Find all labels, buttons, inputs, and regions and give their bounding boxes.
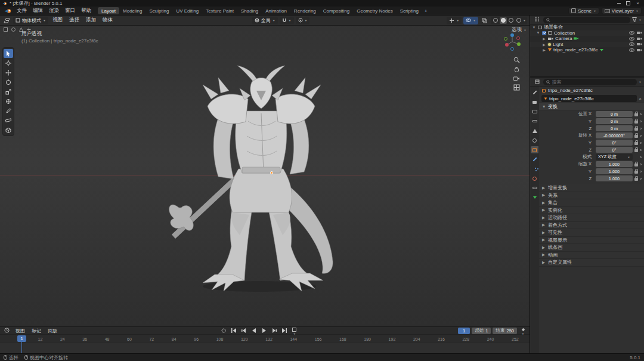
collapsed-panel-collections[interactable]: ▶集合 <box>539 199 644 207</box>
timeline-track[interactable] <box>0 343 530 353</box>
hide-eye-icon[interactable] <box>629 37 634 41</box>
viewport-toggle-icon[interactable] <box>10 26 17 33</box>
lock-icon[interactable] <box>634 149 638 152</box>
perspective-toggle-icon[interactable] <box>513 84 520 91</box>
minimize-button[interactable] <box>617 1 621 5</box>
tool-measure[interactable] <box>4 116 13 125</box>
viewlayer-selector[interactable]: ViewLayer ▼ <box>602 7 642 14</box>
scale-y-field[interactable]: 1.000 <box>596 168 633 174</box>
outliner-row-light[interactable]: ▶ Light <box>530 42 644 48</box>
animate-dot-icon[interactable] <box>640 135 642 137</box>
collapsed-panel-line-art[interactable]: ▶线条画 <box>539 244 644 252</box>
collapsed-panel-instancing[interactable]: ▶实例化 <box>539 207 644 215</box>
tab-world[interactable] <box>531 137 538 144</box>
proportional-editing-dropdown[interactable]: ▼ <box>296 17 310 24</box>
location-y-field[interactable]: 0 m <box>596 118 633 124</box>
hide-eye-icon[interactable] <box>629 31 634 35</box>
animate-dot-icon[interactable] <box>640 121 642 122</box>
hide-eye-icon[interactable] <box>629 48 634 52</box>
render-visibility-icon[interactable] <box>637 37 642 41</box>
lock-icon[interactable] <box>634 142 638 145</box>
tab-tool[interactable] <box>531 89 538 96</box>
properties-search[interactable] <box>543 79 637 85</box>
timeline-ruler[interactable]: 1 12 24 36 48 60 72 84 96 108 120 132 14… <box>0 335 530 343</box>
tab-layout[interactable]: Layout <box>98 7 119 14</box>
shading-wireframe-button[interactable] <box>492 17 499 24</box>
tab-modifiers[interactable] <box>531 156 538 163</box>
collapsed-panel-shading[interactable]: ▶着色方式 <box>539 222 644 230</box>
outliner-search[interactable] <box>543 17 630 23</box>
menu-view[interactable]: 视图 <box>50 17 65 24</box>
lock-icon[interactable] <box>634 113 638 116</box>
menu-file[interactable]: 文件 <box>14 7 30 15</box>
collapsed-panel-delta-transform[interactable]: ▶增量变换 <box>539 184 644 192</box>
timeline-editor-dropdown[interactable] <box>2 327 11 335</box>
collapsed-panel-visibility[interactable]: ▶可见性 <box>539 229 644 237</box>
viewport-3d[interactable]: 选项 ▼ 用户透视 (1) Collection | tripo_node_e2… <box>0 26 530 326</box>
axis-x-icon[interactable] <box>505 43 509 47</box>
rotation-x-field[interactable]: -0.000003° <box>596 132 633 138</box>
tab-view-layer[interactable] <box>531 118 538 125</box>
collapsed-panel-motion-paths[interactable]: ▶运动路径 <box>539 214 644 222</box>
render-visibility-icon[interactable] <box>637 42 642 46</box>
animate-dot-icon[interactable] <box>640 156 642 158</box>
animate-dot-icon[interactable] <box>640 178 642 180</box>
shading-material-button[interactable] <box>507 17 515 24</box>
properties-search-input[interactable] <box>552 79 634 85</box>
menu-edit[interactable]: 编辑 <box>30 7 46 15</box>
tab-geometry-nodes[interactable]: Geometry Nodes <box>353 7 396 14</box>
tab-compositing[interactable]: Compositing <box>320 7 353 14</box>
lock-icon[interactable] <box>634 135 638 138</box>
tab-sculpting[interactable]: Sculpting <box>146 7 173 14</box>
menu-add[interactable]: 添加 <box>83 17 98 24</box>
shading-rendered-button[interactable] <box>515 17 522 24</box>
snap-dropdown[interactable]: ▼ <box>280 17 294 24</box>
play-button[interactable] <box>260 328 268 334</box>
lock-icon[interactable] <box>634 128 638 131</box>
object-name-field[interactable]: tripo_node_e27c3f8c <box>541 95 637 102</box>
tab-shading[interactable]: Shading <box>237 7 262 14</box>
frame-end-field[interactable]: 结束 250 <box>493 328 517 334</box>
axis-z-icon[interactable] <box>510 33 514 37</box>
expand-icon[interactable]: ▼ <box>532 26 536 29</box>
render-visibility-icon[interactable] <box>637 48 642 52</box>
tab-rendering[interactable]: Rendering <box>290 7 320 14</box>
jump-to-end-button[interactable] <box>280 328 289 334</box>
prev-keyframe-button[interactable] <box>240 328 248 334</box>
playhead-marker[interactable]: 1 <box>17 335 26 342</box>
viewport-toggle-icon[interactable] <box>2 26 9 33</box>
animate-dot-icon[interactable] <box>640 113 642 115</box>
expand-icon[interactable]: ▶ <box>542 48 546 52</box>
object-origin-dot[interactable] <box>270 171 273 174</box>
rotation-z-field[interactable]: 0° <box>596 147 633 153</box>
animate-dot-icon[interactable] <box>640 149 642 151</box>
tool-transform[interactable] <box>4 97 13 106</box>
axis-z-neg-icon[interactable] <box>511 48 514 51</box>
animate-dot-icon[interactable] <box>640 171 642 172</box>
blender-menu-icon[interactable] <box>4 8 12 14</box>
scene-selector[interactable]: Scene ▼ <box>568 7 599 14</box>
tab-animation[interactable]: Animation <box>262 7 290 14</box>
outliner-row-camera[interactable]: ▶ Camera <box>530 36 644 42</box>
outliner-row-collection[interactable]: ▼ Collection <box>530 30 644 36</box>
menu-render[interactable]: 渲染 <box>46 7 62 15</box>
next-keyframe-button[interactable] <box>270 328 278 334</box>
current-frame-field[interactable]: 1 <box>458 328 470 334</box>
tab-output[interactable] <box>531 108 538 115</box>
playback-sync-dropdown[interactable]: ▼ <box>290 328 299 334</box>
tab-render[interactable] <box>531 98 538 106</box>
menu-help[interactable]: 帮助 <box>78 7 94 15</box>
tab-uv-editing[interactable]: UV Editing <box>172 7 202 14</box>
breadcrumb-object-name[interactable]: tripo_node_e27c3f8c <box>548 88 593 93</box>
outliner-editor-dropdown[interactable] <box>532 16 541 24</box>
frame-start-field[interactable]: 起始 1 <box>472 328 491 334</box>
lock-icon[interactable] <box>634 121 638 124</box>
collapsed-panel-animation[interactable]: ▶动画 <box>539 252 644 260</box>
tool-select[interactable] <box>4 49 13 58</box>
menu-window[interactable]: 窗口 <box>62 7 78 15</box>
collection-checkbox[interactable] <box>542 31 546 35</box>
chevron-down-icon[interactable]: ▼ <box>639 81 642 84</box>
tab-particles[interactable] <box>531 165 538 172</box>
animate-dot-icon[interactable] <box>640 163 642 165</box>
axis-y-neg-icon[interactable] <box>504 38 507 41</box>
